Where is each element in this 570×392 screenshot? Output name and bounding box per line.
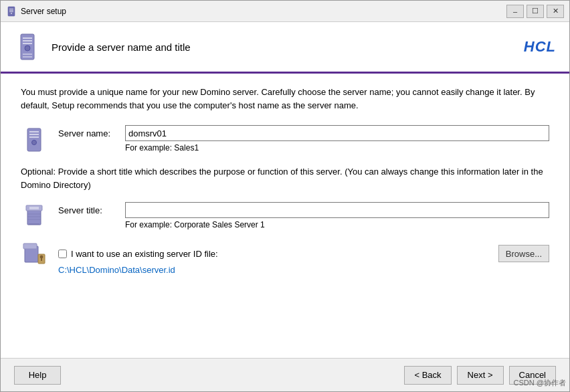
server-id-icon — [21, 239, 48, 266]
svg-point-4 — [11, 13, 12, 14]
server-id-checkbox[interactable] — [58, 250, 67, 258]
server-name-field-row: Server name: — [58, 125, 549, 141]
svg-rect-2 — [9, 10, 13, 11]
server-id-checkbox-row: I want to use an existing server ID file… — [58, 245, 549, 262]
server-name-field-group: Server name: For example: Sales1 — [58, 125, 549, 153]
window-title: Server setup — [21, 7, 506, 16]
server-name-input[interactable] — [125, 125, 549, 141]
server-id-row: I want to use an existing server ID file… — [21, 239, 549, 275]
help-button[interactable]: Help — [14, 366, 61, 385]
svg-rect-8 — [23, 43, 32, 44]
server-title-input[interactable] — [125, 202, 549, 218]
server-title-label: Server title: — [58, 205, 125, 215]
title-bar: Server setup – ☐ ✕ — [1, 1, 569, 22]
server-id-file-path[interactable]: C:\HCL\Domino\Data\server.id — [58, 265, 549, 275]
server-title-row: Server title: For example: Corporate Sal… — [21, 202, 549, 230]
description-2: Optional: Provide a short title which de… — [21, 165, 549, 191]
svg-rect-28 — [41, 258, 42, 261]
footer-right: < Back Next > Cancel — [61, 366, 556, 385]
svg-rect-1 — [9, 9, 13, 9]
content-area: You must provide a unique name for your … — [1, 74, 569, 358]
server-title-example: For example: Corporate Sales Server 1 — [125, 220, 549, 229]
footer-left: Help — [14, 366, 61, 385]
header-title: Provide a server name and title — [52, 41, 524, 53]
server-id-checkbox-label[interactable]: I want to use an existing server ID file… — [71, 249, 218, 259]
svg-rect-19 — [29, 207, 39, 209]
server-title-icon — [21, 203, 48, 230]
maximize-button[interactable]: ☐ — [527, 5, 544, 18]
window-controls: – ☐ ✕ — [506, 5, 564, 18]
svg-rect-15 — [29, 136, 39, 138]
main-window: Server setup – ☐ ✕ Provide a server name… — [0, 0, 570, 392]
footer: Help < Back Next > Cancel — [1, 358, 569, 391]
svg-rect-3 — [9, 11, 13, 12]
svg-rect-13 — [29, 131, 39, 132]
svg-rect-7 — [23, 40, 32, 41]
svg-point-16 — [32, 140, 37, 145]
minimize-button[interactable]: – — [506, 5, 524, 18]
next-button[interactable]: Next > — [457, 366, 504, 385]
server-title-field-group: Server title: For example: Corporate Sal… — [58, 202, 549, 229]
svg-point-27 — [40, 256, 43, 258]
svg-rect-11 — [23, 56, 32, 58]
svg-rect-10 — [23, 54, 32, 55]
close-button[interactable]: ✕ — [547, 5, 564, 18]
server-id-content: I want to use an existing server ID file… — [58, 239, 549, 275]
server-title-field-row: Server title: — [58, 202, 549, 218]
svg-rect-25 — [23, 243, 37, 249]
header: Provide a server name and title HCL — [1, 22, 569, 74]
server-name-icon — [21, 126, 48, 153]
server-name-label: Server name: — [58, 128, 125, 138]
svg-rect-6 — [23, 37, 32, 39]
watermark: CSDN @协作者 — [514, 378, 566, 388]
description-1: You must provide a unique name for your … — [21, 86, 549, 112]
server-name-example: For example: Sales1 — [125, 143, 549, 153]
window-icon — [6, 6, 17, 17]
hcl-logo: HCL — [524, 38, 556, 56]
svg-point-9 — [25, 45, 30, 51]
svg-rect-14 — [29, 134, 39, 135]
server-name-row: Server name: For example: Sales1 — [21, 125, 549, 153]
back-button[interactable]: < Back — [404, 366, 451, 385]
header-server-icon — [14, 30, 41, 64]
browse-button[interactable]: Browse... — [498, 245, 549, 262]
svg-rect-23 — [29, 223, 39, 225]
